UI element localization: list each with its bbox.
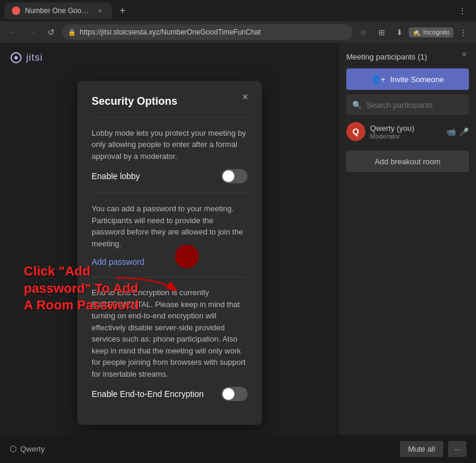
- add-breakout-room-button[interactable]: Add breakout room: [346, 151, 469, 172]
- invite-someone-button[interactable]: 👤+ Invite Someone: [346, 68, 469, 90]
- bottom-bar: ⬡ Qwerty Mute all ···: [0, 434, 476, 463]
- extension-button[interactable]: ⊞: [373, 24, 390, 40]
- lobby-description: Lobby mode lets you protect your meeting…: [92, 127, 248, 162]
- incognito-icon: 🕵: [412, 29, 421, 36]
- right-panel: × Meeting participants (1) 👤+ Invite Som…: [339, 43, 476, 463]
- address-bar[interactable]: 🔒 https://jitsi.stoicsiesta.xyz/NumberOn…: [62, 24, 353, 40]
- mute-all-button[interactable]: Mute all: [400, 441, 444, 457]
- video-icon[interactable]: 📹: [446, 127, 456, 136]
- security-dialog: Security Options × Lobby mode lets you p…: [77, 81, 262, 426]
- tab-bar: Number One Good Tim… × + ⋮: [0, 0, 476, 21]
- bottom-right-buttons: Mute all ···: [400, 441, 466, 457]
- jitsi-logo-text: jitsi: [26, 52, 43, 63]
- e2e-section: End-to-End Encryption is currently EXPER…: [92, 277, 248, 411]
- user-icon: ⬡: [10, 444, 17, 453]
- participant-item: Q Qwerty (you) Moderator 📹 🎤: [346, 120, 469, 143]
- lobby-toggle[interactable]: [221, 169, 248, 183]
- lock-icon: 🔒: [68, 29, 76, 36]
- jitsi-logo: jitsi: [10, 51, 43, 64]
- browser-chrome: Number One Good Tim… × + ⋮ ← → ↺ 🔒 https…: [0, 0, 476, 43]
- panel-title: Meeting participants (1): [346, 52, 469, 61]
- new-tab-button[interactable]: +: [114, 2, 131, 19]
- participant-avatar: Q: [346, 122, 365, 141]
- forward-button[interactable]: →: [24, 24, 40, 40]
- lobby-toggle-knob: [223, 170, 234, 182]
- nav-extras: ☆ ⊞ ⬇ 🕵 Incognito ⋮: [355, 24, 471, 40]
- participant-role: Moderator: [370, 133, 441, 140]
- password-description: You can add a password to your meeting. …: [92, 203, 248, 249]
- dialog-overlay: Security Options × Lobby mode lets you p…: [0, 43, 339, 463]
- dialog-title: Security Options: [92, 95, 248, 108]
- invite-icon: 👤+: [371, 75, 386, 84]
- lobby-label: Enable lobby: [92, 171, 140, 181]
- browser-menu-button[interactable]: ⋮: [455, 24, 471, 40]
- svg-point-0: [14, 56, 18, 60]
- lobby-row: Enable lobby: [92, 169, 248, 183]
- address-text: https://jitsi.stoicsiesta.xyz/NumberOneG…: [80, 28, 347, 36]
- incognito-badge: 🕵 Incognito: [409, 27, 453, 37]
- back-button[interactable]: ←: [5, 24, 21, 40]
- participant-info: Qwerty (you) Moderator: [370, 124, 441, 140]
- participant-name: Qwerty (you): [370, 124, 441, 133]
- lobby-section: Lobby mode lets you protect your meeting…: [92, 117, 248, 193]
- more-options-button[interactable]: ···: [448, 441, 466, 457]
- dialog-close-button[interactable]: ×: [238, 90, 252, 105]
- app-area: jitsi × Meeting participants (1) 👤+ Invi…: [0, 43, 476, 463]
- e2e-toggle[interactable]: [221, 387, 248, 401]
- star-button[interactable]: ☆: [355, 24, 372, 40]
- search-participants-input[interactable]: [367, 101, 463, 110]
- nav-bar: ← → ↺ 🔒 https://jitsi.stoicsiesta.xyz/Nu…: [0, 21, 476, 43]
- tab-close-button[interactable]: ×: [95, 6, 105, 15]
- refresh-button[interactable]: ↺: [43, 24, 60, 40]
- bottom-user-label: ⬡ Qwerty: [10, 444, 45, 453]
- participant-controls: 📹 🎤: [446, 127, 469, 136]
- password-section: You can add a password to your meeting. …: [92, 193, 248, 277]
- e2e-description: End-to-End Encryption is currently EXPER…: [92, 287, 248, 380]
- main-content: Security Options × Lobby mode lets you p…: [0, 43, 339, 463]
- search-icon: 🔍: [352, 101, 362, 110]
- search-box[interactable]: 🔍: [346, 95, 469, 115]
- jitsi-icon: [10, 51, 23, 64]
- invite-label: Invite Someone: [390, 75, 444, 84]
- e2e-label: Enable End-to-End Encryption: [92, 389, 203, 399]
- breakout-label: Add breakout room: [375, 157, 441, 166]
- tab-title: Number One Good Tim…: [25, 7, 90, 15]
- panel-close-button[interactable]: ×: [457, 48, 471, 62]
- add-password-link[interactable]: Add password: [92, 257, 145, 267]
- bottom-username: Qwerty: [20, 445, 45, 453]
- active-tab[interactable]: Number One Good Tim… ×: [5, 2, 112, 19]
- download-button[interactable]: ⬇: [391, 24, 408, 40]
- e2e-toggle-knob: [223, 388, 234, 400]
- e2e-row: Enable End-to-End Encryption: [92, 387, 248, 401]
- pointer-circle: [175, 245, 199, 268]
- tab-menu-button[interactable]: ⋮: [453, 4, 471, 18]
- incognito-label: Incognito: [423, 29, 450, 36]
- mic-icon[interactable]: 🎤: [459, 127, 469, 136]
- tab-favicon: [12, 7, 20, 15]
